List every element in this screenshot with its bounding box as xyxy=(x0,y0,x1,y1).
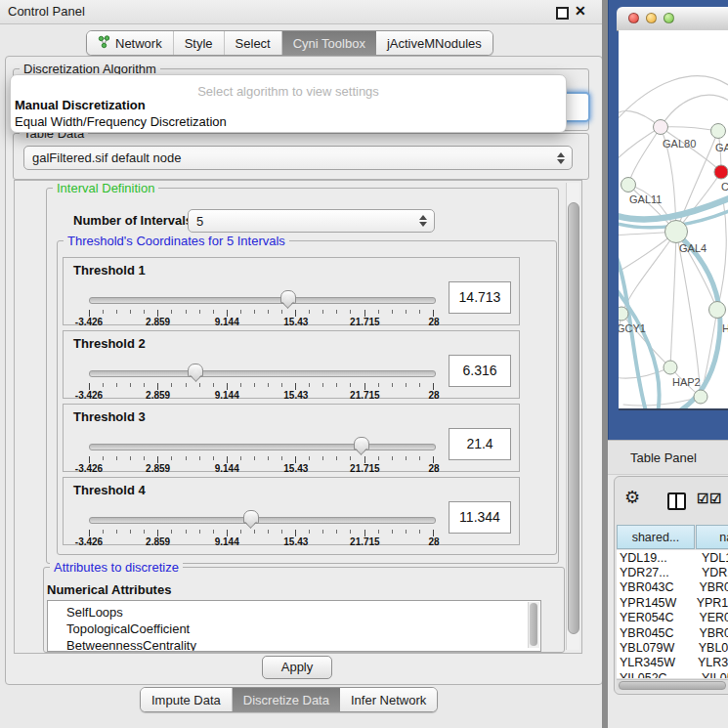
tick-mark xyxy=(103,530,104,534)
tab-jactivemnodules[interactable]: jActiveMNodules xyxy=(376,31,492,55)
checkbox-icon[interactable]: ☑ xyxy=(697,491,709,506)
network-node[interactable] xyxy=(619,307,628,321)
tick-mark xyxy=(227,383,228,390)
tab-infer-network[interactable]: Infer Network xyxy=(340,688,437,711)
network-node[interactable] xyxy=(664,361,677,374)
table-row[interactable]: YBL079WYBL079W xyxy=(617,640,728,655)
table-row[interactable]: YIL052CYIL052C xyxy=(617,670,728,678)
threshold-4-value[interactable]: 11.344 xyxy=(449,501,511,534)
column-selector-icon[interactable] xyxy=(667,492,686,510)
table-horizontal-scrollbar[interactable] xyxy=(617,679,728,690)
threshold-3-box: Threshold 3 -3.4262.8599.14415.4321.7152… xyxy=(63,404,520,472)
tick-mark xyxy=(89,456,90,463)
threshold-2-slider[interactable]: -3.4262.8599.14415.4321.71528 xyxy=(89,364,434,398)
table-row[interactable]: YBR045CYBR045C xyxy=(617,625,728,640)
threshold-3-slider[interactable]: -3.4262.8599.14415.4321.71528 xyxy=(89,438,434,471)
number-of-intervals-combobox[interactable]: 5 xyxy=(188,209,435,233)
float-window-icon[interactable] xyxy=(556,7,569,20)
network-window-titlebar[interactable] xyxy=(617,7,728,31)
interval-definition-group-title: Interval Definition xyxy=(53,181,158,195)
threshold-1-slider[interactable]: -3.4262.8599.14415.4321.71528 xyxy=(89,291,434,324)
network-node[interactable] xyxy=(665,221,688,243)
table-row[interactable]: YLR345WYLR345W xyxy=(617,656,728,670)
table-row[interactable]: YBR043CYBR043C xyxy=(617,580,728,595)
tick-mark xyxy=(186,456,187,460)
control-panel-titlebar: Control Panel ✕ xyxy=(0,0,602,24)
network-icon xyxy=(98,35,110,52)
tick-label: -3.426 xyxy=(75,317,103,327)
table-rows: YDL19...YDL19 YDR27...YDR27 YBR043CYBR04… xyxy=(617,550,728,678)
slider-thumb[interactable] xyxy=(188,364,203,377)
threshold-4-slider[interactable]: -3.4262.8599.14415.4321.71528 xyxy=(89,511,434,544)
table-row[interactable]: YPR145WYPR145W xyxy=(617,595,728,610)
tab-select[interactable]: Select xyxy=(225,31,282,55)
network-node[interactable] xyxy=(709,302,726,319)
list-item[interactable]: SelfLoops xyxy=(48,601,540,621)
slider-thumb[interactable] xyxy=(354,437,369,450)
tick-mark xyxy=(199,456,200,460)
threshold-3-value[interactable]: 21.4 xyxy=(449,428,511,460)
column-header-name[interactable]: name xyxy=(696,525,728,549)
network-node[interactable] xyxy=(694,390,707,404)
tick-mark xyxy=(309,383,310,387)
slider-thumb[interactable] xyxy=(243,510,259,524)
tick-mark xyxy=(157,530,158,536)
tick-label: 28 xyxy=(428,317,439,327)
popup-hint: Select algorithm to view settings xyxy=(11,84,566,99)
scrollbar-thumb[interactable] xyxy=(619,681,726,690)
tab-style[interactable]: Style xyxy=(174,31,225,55)
tab-discretize-data[interactable]: Discretize Data xyxy=(233,688,340,711)
column-header-shared-name[interactable]: shared... xyxy=(617,525,695,549)
scrollbar-thumb[interactable] xyxy=(568,202,579,634)
popup-option-equal-width[interactable]: Equal Width/Frequency Discretization xyxy=(15,114,227,129)
tab-impute-data[interactable]: Impute Data xyxy=(141,688,233,711)
close-traffic-light[interactable] xyxy=(628,13,639,23)
list-item[interactable]: BetweennessCentrality xyxy=(48,637,540,652)
slider-track[interactable] xyxy=(89,370,436,377)
tick-mark xyxy=(103,456,104,460)
threshold-2-value[interactable]: 6.316 xyxy=(449,355,511,387)
table-row[interactable]: YDR27...YDR27 xyxy=(617,565,728,579)
bottom-tab-bar: Impute Data Discretize Data Infer Networ… xyxy=(140,687,438,712)
threshold-2-box: Threshold 2 -3.4262.8599.14415.4321.7152… xyxy=(63,330,520,399)
checkbox-icon[interactable]: ☑ xyxy=(709,491,722,506)
panel-vertical-scrollbar[interactable] xyxy=(566,183,579,650)
slider-track[interactable] xyxy=(89,297,436,304)
network-node-label: GA xyxy=(715,142,728,153)
gear-icon[interactable]: ⚙ xyxy=(624,489,640,506)
tick-label: 15.43 xyxy=(283,536,308,547)
tab-cyni-toolbox[interactable]: Cyni Toolbox xyxy=(282,31,376,55)
network-node[interactable] xyxy=(654,120,668,135)
threshold-1-label: Threshold 1 xyxy=(73,263,146,278)
network-node[interactable] xyxy=(711,124,726,139)
tick-label: 15.43 xyxy=(283,390,308,401)
minimize-traffic-light[interactable] xyxy=(646,13,657,23)
apply-button[interactable]: Apply xyxy=(262,656,332,679)
close-icon[interactable]: ✕ xyxy=(575,3,586,19)
table-row[interactable]: YER054CYER054C xyxy=(617,611,728,625)
table-data-combobox[interactable]: galFiltered.sif default node xyxy=(23,146,573,170)
network-node-label: C xyxy=(721,181,728,193)
network-canvas[interactable]: GAL80GACGAL11GAL4GCY1HHAP2 xyxy=(619,30,728,410)
network-node[interactable] xyxy=(621,178,636,193)
tick-mark xyxy=(171,310,172,314)
tick-mark xyxy=(322,310,323,314)
zoom-traffic-light[interactable] xyxy=(664,13,674,23)
threshold-1-value[interactable]: 14.713 xyxy=(449,281,511,314)
network-node[interactable] xyxy=(714,165,728,179)
tab-network[interactable]: Network xyxy=(87,31,174,55)
list-scrollbar[interactable] xyxy=(528,602,539,648)
list-item[interactable]: TopologicalCoefficient xyxy=(48,621,540,637)
tick-mark xyxy=(295,383,296,390)
tick-mark xyxy=(116,530,117,534)
slider-track[interactable] xyxy=(89,444,436,450)
slider-thumb[interactable] xyxy=(280,290,296,304)
tick-mark xyxy=(254,530,255,534)
slider-track[interactable] xyxy=(89,517,436,524)
network-node-label: GAL80 xyxy=(663,138,696,150)
popup-option-manual-discretization[interactable]: Manual Discretization xyxy=(15,98,146,112)
tick-mark xyxy=(130,530,131,534)
tick-mark xyxy=(89,530,90,536)
thresholds-group-title: Threshold's Coordinates for 5 Intervals xyxy=(64,234,289,248)
table-row[interactable]: YDL19...YDL19 xyxy=(617,550,728,565)
